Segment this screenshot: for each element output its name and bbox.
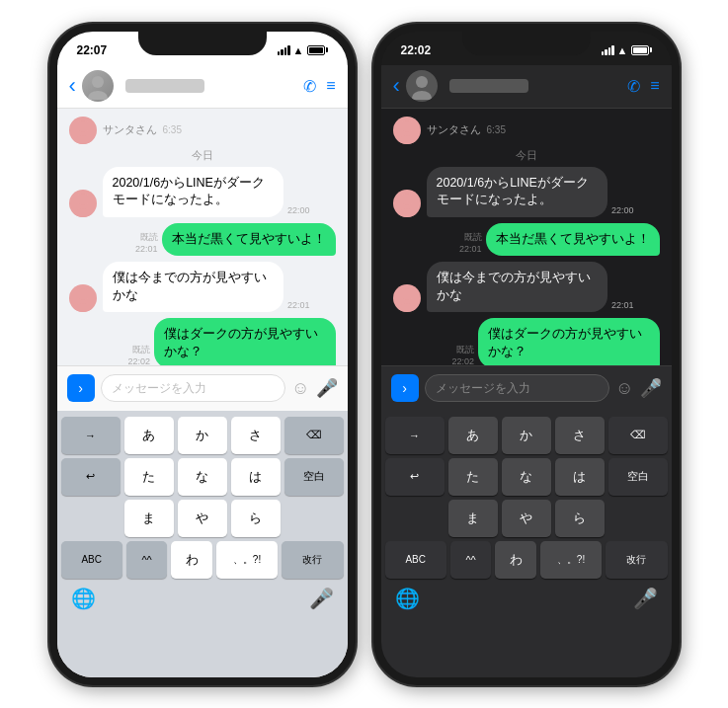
contact-avatar-dark	[406, 70, 438, 102]
phone-icon-dark[interactable]: ✆	[627, 77, 640, 96]
key-undo-light[interactable]: ↩	[61, 458, 121, 496]
sender-name-light: サンタさん	[103, 122, 157, 137]
svg-point-4	[77, 194, 89, 205]
key-ha-dark[interactable]: は	[555, 458, 605, 496]
key-na-light[interactable]: な	[178, 458, 227, 496]
key-caret-dark[interactable]: ^^	[450, 541, 492, 579]
date-divider-dark: 今日	[393, 148, 660, 163]
key-abc-light[interactable]: ABC	[61, 541, 122, 579]
key-ka-light[interactable]: か	[178, 417, 227, 454]
key-wa-light[interactable]: わ	[171, 541, 212, 579]
key-abc-dark[interactable]: ABC	[385, 541, 446, 579]
key-ma-dark[interactable]: ま	[448, 500, 498, 537]
msg-time-1-dark: 22:00	[611, 205, 634, 215]
key-enter-light[interactable]: 改行	[282, 541, 343, 579]
msg-row-1-light: 2020/1/6からLINEがダークモードになったよ。 22:00	[69, 167, 336, 217]
key-ha-light[interactable]: は	[231, 458, 281, 496]
key-arrow-light[interactable]: →	[61, 417, 121, 454]
svg-point-10	[401, 120, 413, 132]
battery-icon-dark	[631, 45, 652, 55]
status-badge-2-light: 既読22:01	[135, 231, 158, 254]
msg-row-4-dark: 既読22:02 僕はダークの方が見やすいかな？	[393, 318, 660, 365]
key-row-2-dark: ↩ た な は 空白	[385, 458, 668, 496]
header-icons-dark: ✆ ≡	[627, 77, 659, 96]
key-wa-dark[interactable]: わ	[495, 541, 536, 579]
contact-name-dark	[449, 79, 528, 93]
status-icons-dark: ▲	[602, 44, 652, 56]
msg-time-3-dark: 22:01	[611, 300, 634, 310]
key-a-light[interactable]: あ	[124, 417, 174, 454]
svg-point-6	[77, 288, 89, 300]
key-ra-dark[interactable]: ら	[555, 500, 605, 537]
msg-avatar-1-light	[69, 190, 97, 217]
input-area-light: › メッセージを入力 ☺ 🎤	[57, 365, 348, 411]
header-icons-light: ✆ ≡	[303, 77, 335, 96]
key-del-dark[interactable]: ⌫	[608, 417, 668, 454]
msg-bubble-4-light: 僕はダークの方が見やすいかな？	[154, 318, 336, 365]
kb-mic-icon-dark[interactable]: 🎤	[633, 587, 658, 610]
key-row-3-dark: ま や ら	[385, 500, 668, 537]
phone-icon-light[interactable]: ✆	[303, 77, 316, 96]
back-button-dark[interactable]: ‹	[393, 73, 400, 99]
msg-bubble-4-dark: 僕はダークの方が見やすいかな？	[478, 318, 660, 365]
mic-icon-dark[interactable]: 🎤	[640, 377, 662, 399]
key-ta-dark[interactable]: た	[448, 458, 498, 496]
key-ra-light[interactable]: ら	[231, 500, 281, 537]
message-input-dark[interactable]: メッセージを入力	[425, 374, 610, 402]
key-empty1-dark	[385, 500, 445, 537]
key-ma-light[interactable]: ま	[124, 500, 174, 537]
key-a-dark[interactable]: あ	[448, 417, 498, 454]
key-ka-dark[interactable]: か	[502, 417, 551, 454]
chat-area-light: サンタさん 6:35 今日 2020/1/6からLINEがダークモードになったよ…	[57, 109, 348, 365]
key-punct-dark[interactable]: 、。?!	[540, 541, 602, 579]
date-divider-light: 今日	[69, 148, 336, 163]
svg-point-0	[92, 76, 104, 88]
status-badge-4-dark: 既読22:02	[451, 344, 474, 365]
kb-mic-icon-light[interactable]: 🎤	[309, 587, 334, 610]
mic-icon-light[interactable]: 🎤	[316, 377, 338, 399]
key-del-light[interactable]: ⌫	[284, 417, 344, 454]
key-space-dark[interactable]: 空白	[608, 458, 668, 496]
phones-container: 22:07 ▲ ‹	[30, 4, 699, 705]
kb-globe-icon-dark[interactable]: 🌐	[395, 587, 420, 610]
key-sa-light[interactable]: さ	[231, 417, 281, 454]
expand-button-dark[interactable]: ›	[391, 374, 419, 402]
key-row-2-light: ↩ た な は 空白	[61, 458, 344, 496]
svg-point-14	[401, 288, 413, 300]
key-enter-dark[interactable]: 改行	[606, 541, 667, 579]
svg-point-11	[397, 135, 417, 144]
chat-area-dark: サンタさん 6:35 今日 2020/1/6からLINEがダークモードになったよ…	[381, 109, 672, 365]
svg-point-2	[77, 120, 89, 132]
key-ya-light[interactable]: や	[178, 500, 227, 537]
menu-icon-light[interactable]: ≡	[326, 77, 335, 96]
key-row-1-light: → あ か さ ⌫	[61, 417, 344, 454]
msg-bubble-1-light: 2020/1/6からLINEがダークモードになったよ。	[103, 167, 284, 217]
msg-avatar-1-dark	[393, 190, 421, 217]
key-row-4-dark: ABC ^^ わ 、。?! 改行	[385, 541, 668, 579]
key-punct-light[interactable]: 、。?!	[216, 541, 278, 579]
expand-button-light[interactable]: ›	[67, 374, 95, 402]
message-input-light[interactable]: メッセージを入力	[101, 374, 286, 402]
keyboard-dark: → あ か さ ⌫ ↩ た な は 空白 ま や ら	[381, 411, 672, 677]
contact-avatar-light	[82, 70, 114, 102]
emoji-icon-light[interactable]: ☺	[291, 378, 309, 399]
key-space-light[interactable]: 空白	[284, 458, 344, 496]
back-button-light[interactable]: ‹	[69, 73, 76, 99]
key-na-dark[interactable]: な	[502, 458, 551, 496]
msg-row-1-dark: 2020/1/6からLINEがダークモードになったよ。 22:00	[393, 167, 660, 217]
key-ya-dark[interactable]: や	[502, 500, 551, 537]
keyboard-light: → あ か さ ⌫ ↩ た な は 空白 ま や ら	[57, 411, 348, 677]
key-row-1-dark: → あ か さ ⌫	[385, 417, 668, 454]
key-arrow-dark[interactable]: →	[385, 417, 445, 454]
key-sa-dark[interactable]: さ	[555, 417, 605, 454]
kb-globe-icon-light[interactable]: 🌐	[71, 587, 96, 610]
key-undo-dark[interactable]: ↩	[385, 458, 445, 496]
phone-light: 22:07 ▲ ‹	[49, 24, 356, 685]
sender-time-dark: 6:35	[487, 124, 506, 135]
emoji-icon-dark[interactable]: ☺	[615, 378, 633, 399]
menu-icon-dark[interactable]: ≡	[650, 77, 659, 96]
key-ta-light[interactable]: た	[124, 458, 174, 496]
key-caret-light[interactable]: ^^	[126, 541, 168, 579]
notch-dark	[462, 32, 591, 55]
key-row-3-light: ま や ら	[61, 500, 344, 537]
